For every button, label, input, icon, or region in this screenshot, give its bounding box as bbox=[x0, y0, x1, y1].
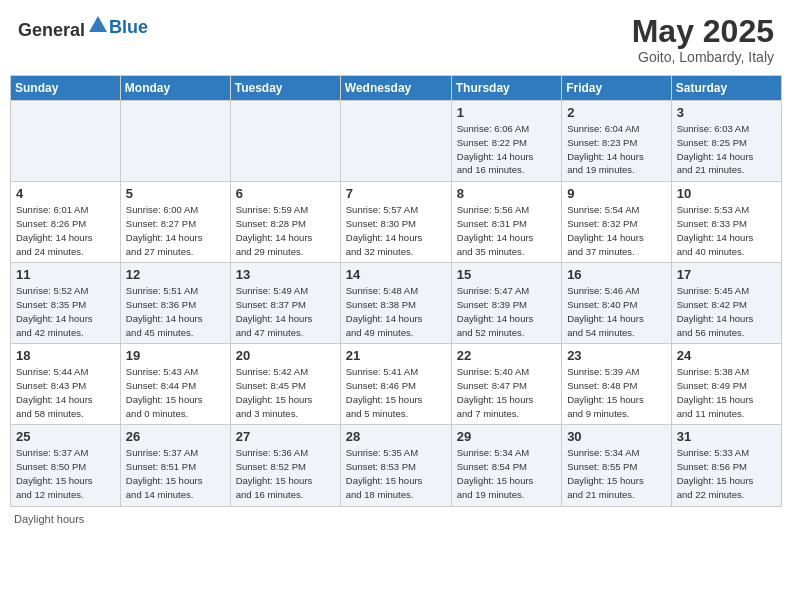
day-number: 18 bbox=[16, 348, 115, 363]
day-number: 7 bbox=[346, 186, 446, 201]
day-info: Sunrise: 6:03 AM Sunset: 8:25 PM Dayligh… bbox=[677, 122, 776, 177]
day-number: 26 bbox=[126, 429, 225, 444]
calendar-cell: 19Sunrise: 5:43 AM Sunset: 8:44 PM Dayli… bbox=[120, 344, 230, 425]
day-info: Sunrise: 5:42 AM Sunset: 8:45 PM Dayligh… bbox=[236, 365, 335, 420]
day-number: 21 bbox=[346, 348, 446, 363]
logo-blue: Blue bbox=[109, 17, 148, 37]
col-header-sunday: Sunday bbox=[11, 76, 121, 101]
day-number: 11 bbox=[16, 267, 115, 282]
calendar-cell: 11Sunrise: 5:52 AM Sunset: 8:35 PM Dayli… bbox=[11, 263, 121, 344]
calendar-cell: 12Sunrise: 5:51 AM Sunset: 8:36 PM Dayli… bbox=[120, 263, 230, 344]
calendar-cell: 8Sunrise: 5:56 AM Sunset: 8:31 PM Daylig… bbox=[451, 182, 561, 263]
day-info: Sunrise: 5:41 AM Sunset: 8:46 PM Dayligh… bbox=[346, 365, 446, 420]
calendar-cell: 25Sunrise: 5:37 AM Sunset: 8:50 PM Dayli… bbox=[11, 425, 121, 506]
daylight-label: Daylight hours bbox=[14, 513, 84, 525]
col-header-monday: Monday bbox=[120, 76, 230, 101]
calendar-cell: 15Sunrise: 5:47 AM Sunset: 8:39 PM Dayli… bbox=[451, 263, 561, 344]
calendar-cell bbox=[11, 101, 121, 182]
day-number: 17 bbox=[677, 267, 776, 282]
day-info: Sunrise: 5:56 AM Sunset: 8:31 PM Dayligh… bbox=[457, 203, 556, 258]
calendar-week-1: 1Sunrise: 6:06 AM Sunset: 8:22 PM Daylig… bbox=[11, 101, 782, 182]
calendar-cell: 18Sunrise: 5:44 AM Sunset: 8:43 PM Dayli… bbox=[11, 344, 121, 425]
calendar-cell bbox=[230, 101, 340, 182]
svg-marker-0 bbox=[89, 16, 107, 32]
day-number: 16 bbox=[567, 267, 666, 282]
day-number: 22 bbox=[457, 348, 556, 363]
month-title: May 2025 bbox=[632, 14, 774, 49]
day-info: Sunrise: 6:04 AM Sunset: 8:23 PM Dayligh… bbox=[567, 122, 666, 177]
day-number: 4 bbox=[16, 186, 115, 201]
day-number: 24 bbox=[677, 348, 776, 363]
calendar-cell: 21Sunrise: 5:41 AM Sunset: 8:46 PM Dayli… bbox=[340, 344, 451, 425]
calendar-cell: 16Sunrise: 5:46 AM Sunset: 8:40 PM Dayli… bbox=[562, 263, 672, 344]
day-info: Sunrise: 5:36 AM Sunset: 8:52 PM Dayligh… bbox=[236, 446, 335, 501]
calendar-cell: 9Sunrise: 5:54 AM Sunset: 8:32 PM Daylig… bbox=[562, 182, 672, 263]
calendar-week-4: 18Sunrise: 5:44 AM Sunset: 8:43 PM Dayli… bbox=[11, 344, 782, 425]
day-info: Sunrise: 5:37 AM Sunset: 8:50 PM Dayligh… bbox=[16, 446, 115, 501]
day-number: 14 bbox=[346, 267, 446, 282]
calendar-cell: 2Sunrise: 6:04 AM Sunset: 8:23 PM Daylig… bbox=[562, 101, 672, 182]
calendar-cell: 24Sunrise: 5:38 AM Sunset: 8:49 PM Dayli… bbox=[671, 344, 781, 425]
day-info: Sunrise: 5:49 AM Sunset: 8:37 PM Dayligh… bbox=[236, 284, 335, 339]
day-info: Sunrise: 5:40 AM Sunset: 8:47 PM Dayligh… bbox=[457, 365, 556, 420]
day-info: Sunrise: 5:39 AM Sunset: 8:48 PM Dayligh… bbox=[567, 365, 666, 420]
day-info: Sunrise: 6:01 AM Sunset: 8:26 PM Dayligh… bbox=[16, 203, 115, 258]
calendar-cell: 28Sunrise: 5:35 AM Sunset: 8:53 PM Dayli… bbox=[340, 425, 451, 506]
calendar-cell: 30Sunrise: 5:34 AM Sunset: 8:55 PM Dayli… bbox=[562, 425, 672, 506]
calendar-cell: 27Sunrise: 5:36 AM Sunset: 8:52 PM Dayli… bbox=[230, 425, 340, 506]
day-number: 5 bbox=[126, 186, 225, 201]
calendar-cell bbox=[340, 101, 451, 182]
day-info: Sunrise: 5:34 AM Sunset: 8:55 PM Dayligh… bbox=[567, 446, 666, 501]
day-info: Sunrise: 5:51 AM Sunset: 8:36 PM Dayligh… bbox=[126, 284, 225, 339]
day-number: 15 bbox=[457, 267, 556, 282]
day-info: Sunrise: 5:44 AM Sunset: 8:43 PM Dayligh… bbox=[16, 365, 115, 420]
calendar-footer: Daylight hours bbox=[10, 513, 782, 525]
calendar-week-2: 4Sunrise: 6:01 AM Sunset: 8:26 PM Daylig… bbox=[11, 182, 782, 263]
day-info: Sunrise: 5:52 AM Sunset: 8:35 PM Dayligh… bbox=[16, 284, 115, 339]
day-info: Sunrise: 5:48 AM Sunset: 8:38 PM Dayligh… bbox=[346, 284, 446, 339]
day-number: 3 bbox=[677, 105, 776, 120]
day-info: Sunrise: 5:35 AM Sunset: 8:53 PM Dayligh… bbox=[346, 446, 446, 501]
col-header-tuesday: Tuesday bbox=[230, 76, 340, 101]
calendar-cell: 10Sunrise: 5:53 AM Sunset: 8:33 PM Dayli… bbox=[671, 182, 781, 263]
calendar-cell: 14Sunrise: 5:48 AM Sunset: 8:38 PM Dayli… bbox=[340, 263, 451, 344]
calendar-cell: 13Sunrise: 5:49 AM Sunset: 8:37 PM Dayli… bbox=[230, 263, 340, 344]
day-info: Sunrise: 5:54 AM Sunset: 8:32 PM Dayligh… bbox=[567, 203, 666, 258]
day-info: Sunrise: 5:33 AM Sunset: 8:56 PM Dayligh… bbox=[677, 446, 776, 501]
location-title: Goito, Lombardy, Italy bbox=[632, 49, 774, 65]
calendar-table: SundayMondayTuesdayWednesdayThursdayFrid… bbox=[10, 75, 782, 506]
day-info: Sunrise: 6:06 AM Sunset: 8:22 PM Dayligh… bbox=[457, 122, 556, 177]
calendar-cell: 29Sunrise: 5:34 AM Sunset: 8:54 PM Dayli… bbox=[451, 425, 561, 506]
day-info: Sunrise: 5:38 AM Sunset: 8:49 PM Dayligh… bbox=[677, 365, 776, 420]
calendar-cell: 7Sunrise: 5:57 AM Sunset: 8:30 PM Daylig… bbox=[340, 182, 451, 263]
day-number: 8 bbox=[457, 186, 556, 201]
day-number: 19 bbox=[126, 348, 225, 363]
day-number: 9 bbox=[567, 186, 666, 201]
day-number: 1 bbox=[457, 105, 556, 120]
day-number: 13 bbox=[236, 267, 335, 282]
calendar-header-row: SundayMondayTuesdayWednesdayThursdayFrid… bbox=[11, 76, 782, 101]
day-info: Sunrise: 5:53 AM Sunset: 8:33 PM Dayligh… bbox=[677, 203, 776, 258]
calendar-cell: 23Sunrise: 5:39 AM Sunset: 8:48 PM Dayli… bbox=[562, 344, 672, 425]
day-info: Sunrise: 5:45 AM Sunset: 8:42 PM Dayligh… bbox=[677, 284, 776, 339]
day-number: 28 bbox=[346, 429, 446, 444]
day-number: 25 bbox=[16, 429, 115, 444]
calendar-cell: 5Sunrise: 6:00 AM Sunset: 8:27 PM Daylig… bbox=[120, 182, 230, 263]
day-number: 10 bbox=[677, 186, 776, 201]
calendar-cell: 26Sunrise: 5:37 AM Sunset: 8:51 PM Dayli… bbox=[120, 425, 230, 506]
day-info: Sunrise: 6:00 AM Sunset: 8:27 PM Dayligh… bbox=[126, 203, 225, 258]
calendar-cell: 4Sunrise: 6:01 AM Sunset: 8:26 PM Daylig… bbox=[11, 182, 121, 263]
calendar-cell: 17Sunrise: 5:45 AM Sunset: 8:42 PM Dayli… bbox=[671, 263, 781, 344]
col-header-friday: Friday bbox=[562, 76, 672, 101]
calendar-cell bbox=[120, 101, 230, 182]
calendar-cell: 1Sunrise: 6:06 AM Sunset: 8:22 PM Daylig… bbox=[451, 101, 561, 182]
day-number: 29 bbox=[457, 429, 556, 444]
day-number: 12 bbox=[126, 267, 225, 282]
calendar-cell: 31Sunrise: 5:33 AM Sunset: 8:56 PM Dayli… bbox=[671, 425, 781, 506]
day-info: Sunrise: 5:34 AM Sunset: 8:54 PM Dayligh… bbox=[457, 446, 556, 501]
calendar-week-3: 11Sunrise: 5:52 AM Sunset: 8:35 PM Dayli… bbox=[11, 263, 782, 344]
day-info: Sunrise: 5:47 AM Sunset: 8:39 PM Dayligh… bbox=[457, 284, 556, 339]
calendar-cell: 20Sunrise: 5:42 AM Sunset: 8:45 PM Dayli… bbox=[230, 344, 340, 425]
day-info: Sunrise: 5:57 AM Sunset: 8:30 PM Dayligh… bbox=[346, 203, 446, 258]
calendar-week-5: 25Sunrise: 5:37 AM Sunset: 8:50 PM Dayli… bbox=[11, 425, 782, 506]
